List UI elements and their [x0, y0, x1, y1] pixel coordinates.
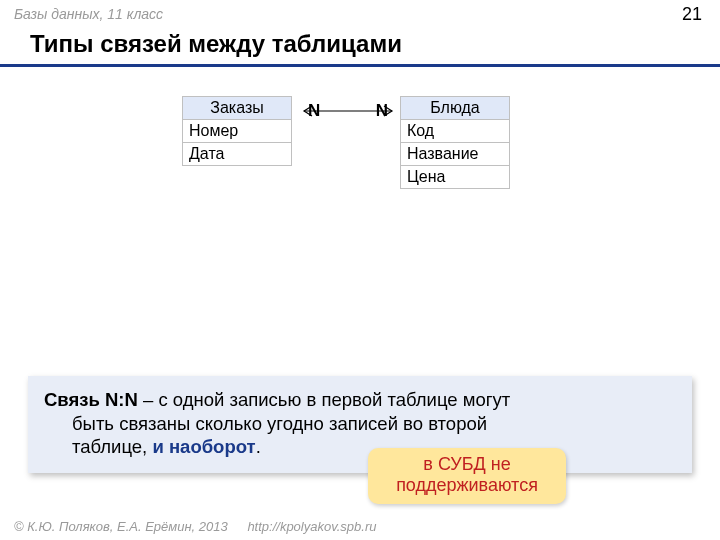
definition-text: таблице, [72, 436, 152, 457]
table-dishes-field: Название [400, 143, 510, 166]
table-dishes-header: Блюда [400, 96, 510, 120]
footer: © К.Ю. Поляков, Е.А. Ерёмин, 2013 http:/… [14, 519, 376, 534]
title-underline [0, 64, 720, 67]
definition-text: – с одной записью в первой таблице могут [138, 389, 510, 410]
cardinality-right: N [376, 101, 388, 121]
definition-term: Связь N:N [44, 389, 138, 410]
definition-text: быть связаны сколько угодно записей во в… [72, 413, 487, 434]
callout-line: в СУБД не [380, 454, 554, 475]
relation-arrow: N N [300, 111, 396, 112]
callout-line: поддерживаются [380, 475, 554, 496]
table-orders: Заказы Номер Дата [182, 96, 292, 166]
warning-callout: в СУБД не поддерживаются [368, 448, 566, 504]
table-dishes-field: Код [400, 120, 510, 143]
definition-text: . [256, 436, 261, 457]
page-number: 21 [682, 4, 702, 25]
footer-url: http://kpolyakov.spb.ru [247, 519, 376, 534]
footer-copyright: © К.Ю. Поляков, Е.А. Ерёмин, 2013 [14, 519, 228, 534]
er-diagram: Заказы Номер Дата N N Блюда Код Название… [0, 96, 720, 216]
table-orders-header: Заказы [182, 96, 292, 120]
table-orders-field: Номер [182, 120, 292, 143]
page-title: Типы связей между таблицами [30, 30, 402, 58]
definition-box: Связь N:N – с одной записью в первой таб… [28, 376, 692, 473]
definition-emphasis: и наоборот [152, 436, 255, 457]
table-dishes-field: Цена [400, 166, 510, 189]
table-dishes: Блюда Код Название Цена [400, 96, 510, 189]
table-orders-field: Дата [182, 143, 292, 166]
breadcrumb: Базы данных, 11 класс [14, 6, 163, 22]
cardinality-left: N [308, 101, 320, 121]
